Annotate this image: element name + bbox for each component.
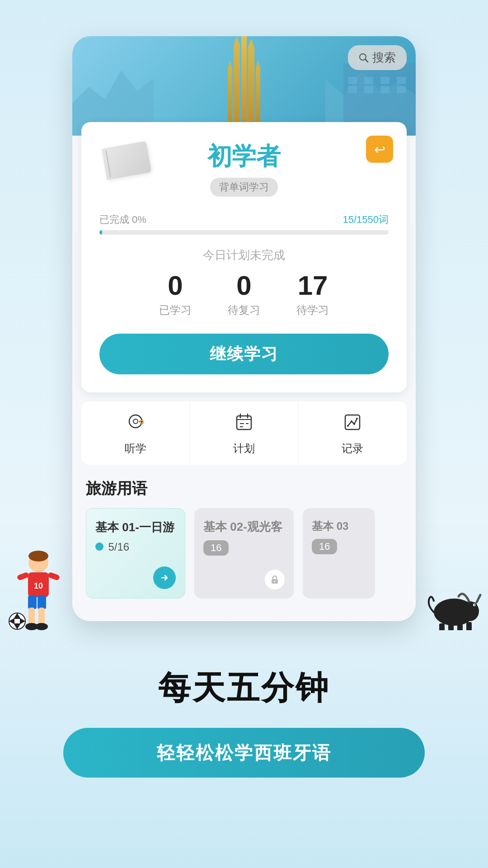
svg-rect-25 xyxy=(466,622,472,630)
progress-total: 15/1550词 xyxy=(343,213,389,226)
lesson-card-3[interactable]: 基本 03 16 xyxy=(303,508,375,599)
lesson-3-count: 16 xyxy=(312,539,337,554)
menu-plan-label: 计划 xyxy=(233,441,255,456)
stat-pending: 17 待学习 xyxy=(296,272,329,317)
svg-rect-7 xyxy=(38,595,46,609)
progress-bar-fill xyxy=(99,230,102,235)
svg-rect-22 xyxy=(439,623,445,630)
lesson-1-dot xyxy=(95,542,103,551)
stat-learned-label: 已学习 xyxy=(159,303,192,317)
headphone-icon xyxy=(126,412,145,437)
section-title: 旅游用语 xyxy=(72,465,416,508)
badge-row: 背单词学习 xyxy=(99,178,389,204)
stat-pending-label: 待学习 xyxy=(296,303,329,317)
lock-icon-2 xyxy=(265,570,285,590)
record-icon xyxy=(343,412,362,437)
lessons-scroll: 基本 01-一日游 5/16 基本 02-观光客 16 xyxy=(72,508,416,608)
plan-status: 今日计划未完成 xyxy=(99,247,389,263)
lesson-1-arrow[interactable] xyxy=(153,566,176,589)
header-background: 搜索 xyxy=(72,36,416,136)
return-icon: ↩ xyxy=(374,142,385,157)
stat-pending-value: 17 xyxy=(296,272,329,299)
svg-line-27 xyxy=(366,59,368,62)
menu-listen-label: 听学 xyxy=(125,441,146,456)
top-section: 10 xyxy=(0,0,488,639)
vocab-badge: 背单词学习 xyxy=(210,178,278,197)
stat-review: 0 待复习 xyxy=(228,272,260,317)
svg-rect-24 xyxy=(457,623,463,630)
plan-icon xyxy=(234,412,254,437)
svg-rect-6 xyxy=(28,595,37,609)
lesson-card-1[interactable]: 基本 01-一日游 5/16 xyxy=(86,508,185,599)
return-button[interactable]: ↩ xyxy=(366,136,393,163)
lesson-3-title: 基本 03 xyxy=(312,519,366,533)
svg-point-43 xyxy=(356,418,358,420)
svg-point-41 xyxy=(351,420,352,422)
svg-point-40 xyxy=(347,425,349,427)
search-label: 搜索 xyxy=(372,50,396,66)
svg-point-29 xyxy=(133,419,138,424)
lesson-2-count: 16 xyxy=(203,540,229,556)
progress-bar-background xyxy=(99,230,389,235)
lesson-2-title: 基本 02-观光客 xyxy=(203,519,285,535)
study-card: ↩ 初学者 背单词学习 已完成 0% 15/1550词 xyxy=(81,122,407,392)
content-area: ↩ 初学者 背单词学习 已完成 0% 15/1550词 xyxy=(72,122,416,621)
cta-button[interactable]: 轻轻松松学西班牙语 xyxy=(63,728,425,778)
phone-card: 搜索 ↩ 初学者 背单词学习 xyxy=(72,36,416,621)
stat-review-label: 待复习 xyxy=(228,303,260,317)
svg-point-1 xyxy=(28,551,48,561)
svg-rect-32 xyxy=(237,416,251,429)
svg-rect-23 xyxy=(448,623,454,630)
soccer-player-decoration: 10 xyxy=(5,549,72,639)
progress-labels: 已完成 0% 15/1550词 xyxy=(99,213,389,226)
menu-item-listen[interactable]: 听学 xyxy=(81,401,190,465)
svg-point-11 xyxy=(35,623,48,630)
continue-button[interactable]: 继续学习 xyxy=(99,334,389,374)
progress-section: 已完成 0% 15/1550词 xyxy=(99,213,389,235)
svg-point-21 xyxy=(474,604,476,606)
svg-rect-4 xyxy=(17,572,30,581)
lesson-1-progress: 5/16 xyxy=(108,541,129,553)
svg-point-42 xyxy=(353,423,355,425)
svg-text:10: 10 xyxy=(34,581,43,590)
lesson-1-progress-row: 5/16 xyxy=(95,541,176,553)
book-illustration xyxy=(104,145,158,181)
svg-point-45 xyxy=(274,581,276,582)
stat-review-value: 0 xyxy=(228,272,260,299)
stat-learned-value: 0 xyxy=(159,272,192,299)
lesson-1-title: 基本 01-一日游 xyxy=(95,519,176,535)
lesson-card-2[interactable]: 基本 02-观光客 16 xyxy=(194,508,294,599)
menu-item-plan[interactable]: 计划 xyxy=(190,401,298,465)
tagline: 每天五分钟 xyxy=(158,666,330,710)
bottom-section: 每天五分钟 轻轻松松学西班牙语 xyxy=(0,639,488,814)
svg-rect-5 xyxy=(47,572,61,581)
stat-learned: 0 已学习 xyxy=(159,272,192,317)
bull-decoration xyxy=(420,585,483,630)
search-button[interactable]: 搜索 xyxy=(348,45,407,70)
stats-row: 0 已学习 0 待复习 17 待学习 xyxy=(99,272,389,317)
menu-bar: 听学 计划 xyxy=(81,401,407,465)
menu-item-record[interactable]: 记录 xyxy=(299,401,407,465)
menu-record-label: 记录 xyxy=(342,441,363,456)
progress-completed: 已完成 0% xyxy=(99,213,146,226)
